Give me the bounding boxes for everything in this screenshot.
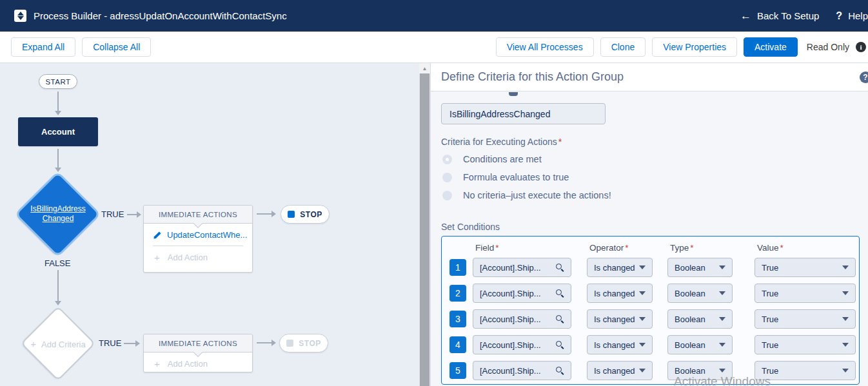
chevron-down-icon: [842, 265, 849, 269]
field-lookup-4[interactable]: [Account].Ship...: [473, 335, 571, 354]
type-select-1[interactable]: Boolean: [667, 258, 733, 277]
action-item-link[interactable]: UpdateContactWhe...: [153, 230, 247, 240]
connector-trigger-to-criteria: [57, 149, 59, 168]
collapse-all-button[interactable]: Collapse All: [82, 37, 151, 57]
row-number-badge: 3: [449, 311, 466, 327]
true-branch-label-1: TRUE: [101, 209, 124, 219]
stop-node-1[interactable]: STOP: [281, 205, 330, 224]
field-lookup-1[interactable]: [Account].Ship...: [473, 258, 571, 277]
value-select-1[interactable]: True: [755, 258, 856, 277]
clone-button[interactable]: Clone: [600, 37, 646, 57]
column-header-value: Value*: [757, 243, 784, 253]
add-action-label-2: Add Action: [168, 359, 208, 369]
true-branch-label-2: TRUE: [99, 338, 121, 348]
immediate-actions-header-2: IMMEDIATE ACTIONS: [144, 334, 252, 352]
conditions-table: Field* Operator* Type* Value* 1 [Account…: [441, 236, 860, 385]
operator-select-5[interactable]: Is changed: [587, 361, 653, 380]
column-header-type: Type*: [670, 243, 694, 253]
chevron-down-icon: [639, 317, 646, 321]
add-action-button-1[interactable]: + Add Action: [154, 252, 208, 263]
add-criteria-label[interactable]: + Add Criteria: [13, 338, 103, 349]
help-icon: ?: [836, 10, 842, 22]
criteria-name-input[interactable]: [441, 103, 606, 124]
field-lookup-2[interactable]: [Account].Ship...: [473, 284, 571, 303]
radio-button-icon[interactable]: [442, 191, 452, 200]
set-conditions-label: Set Conditions: [441, 222, 500, 232]
expand-all-button[interactable]: Expand All: [11, 37, 75, 57]
operator-select-2[interactable]: Is changed: [587, 284, 653, 303]
radio-button-icon[interactable]: [442, 173, 452, 182]
row-number-badge: 2: [449, 285, 466, 302]
stop-label-2: STOP: [299, 339, 321, 348]
back-arrow-icon: ←: [740, 10, 751, 21]
chevron-down-icon: [842, 317, 849, 321]
radio-conditions-are-met[interactable]: Conditions are met: [442, 154, 542, 164]
search-icon: [556, 289, 564, 298]
radio-label: No criteria–just execute the actions!: [463, 190, 611, 200]
action-item-label: UpdateContactWhe...: [167, 230, 247, 240]
operator-select-1[interactable]: Is changed: [587, 258, 653, 277]
chevron-down-icon: [719, 317, 725, 321]
value-select-4[interactable]: True: [755, 335, 856, 354]
process-builder-window: Process Builder - adressUpdatOnAccountWi…: [0, 0, 868, 386]
clipped-scrolled-text: [509, 92, 518, 96]
toolbar: Expand All Collapse All View All Process…: [0, 32, 868, 63]
value-select-3[interactable]: True: [755, 309, 856, 329]
operator-select-4[interactable]: Is changed: [587, 335, 653, 354]
search-icon: [556, 341, 564, 349]
chevron-down-icon: [842, 369, 849, 372]
read-only-label: Read Only: [807, 42, 849, 52]
app-header: Process Builder - adressUpdatOnAccountWi…: [0, 0, 868, 32]
stop-square-icon-1: [288, 211, 295, 218]
column-header-operator: Operator*: [589, 243, 629, 253]
activate-windows-watermark: Activate Windows: [674, 374, 771, 386]
card-divider: [153, 246, 243, 246]
chevron-down-icon: [719, 265, 725, 269]
connector-true-1: [127, 214, 137, 215]
add-action-button-2[interactable]: + Add Action: [154, 358, 208, 369]
immediate-actions-title-2: IMMEDIATE ACTIONS: [159, 340, 237, 347]
panel-help-icon[interactable]: ?: [860, 72, 868, 83]
chevron-down-icon: [842, 291, 849, 295]
stop-node-2: STOP: [279, 334, 328, 352]
chevron-down-icon: [639, 343, 646, 347]
chevron-down-icon: [719, 343, 725, 347]
process-builder-icon: [14, 10, 26, 22]
plus-icon: +: [154, 358, 160, 369]
criteria-diamond-label[interactable]: IsBillingAddress Changed: [19, 204, 97, 224]
type-select-4[interactable]: Boolean: [667, 335, 733, 354]
radio-no-criteria[interactable]: No criteria–just execute the actions!: [442, 190, 611, 200]
back-to-setup-link[interactable]: ← Back To Setup: [740, 10, 819, 21]
type-select-3[interactable]: Boolean: [667, 309, 733, 329]
field-lookup-3[interactable]: [Account].Ship...: [473, 309, 571, 329]
operator-select-3[interactable]: Is changed: [587, 309, 653, 329]
canvas-vertical-scrollbar[interactable]: ▲: [419, 63, 430, 386]
view-properties-button[interactable]: View Properties: [652, 37, 737, 57]
search-icon: [556, 367, 564, 375]
help-link[interactable]: ? Help: [836, 10, 868, 22]
connector-actions-to-stop-1: [257, 213, 271, 215]
criteria-diamond-line2: Changed: [43, 214, 74, 223]
scrollbar-up-arrow[interactable]: ▲: [419, 63, 430, 73]
connector-actions-to-stop-2: [257, 342, 271, 343]
activate-button[interactable]: Activate: [744, 37, 798, 57]
row-number-badge: 4: [449, 336, 466, 353]
criteria-diamond-line1: IsBillingAddress: [30, 204, 85, 213]
trigger-object-node[interactable]: Account: [18, 117, 98, 146]
radio-button-icon[interactable]: [442, 155, 452, 164]
scrollbar-thumb[interactable]: [420, 73, 429, 386]
search-icon: [556, 315, 564, 323]
field-lookup-5[interactable]: [Account].Ship...: [473, 361, 571, 380]
criteria-executing-label: Criteria for Executing Actions*: [441, 137, 562, 147]
row-number-badge: 1: [449, 259, 466, 276]
info-icon[interactable]: i: [856, 42, 866, 52]
radio-formula-evaluates[interactable]: Formula evaluates to true: [442, 172, 569, 182]
value-select-2[interactable]: True: [755, 284, 856, 303]
view-all-processes-button[interactable]: View All Processes: [496, 37, 594, 57]
immediate-actions-card-2: IMMEDIATE ACTIONS + Add Action: [143, 334, 253, 372]
false-branch-label: FALSE: [44, 258, 70, 268]
help-label: Help: [848, 10, 868, 21]
card-notch: [193, 348, 202, 357]
type-select-2[interactable]: Boolean: [667, 284, 733, 303]
flow-canvas: START Account IsBillingAddress Changed T…: [0, 63, 430, 386]
